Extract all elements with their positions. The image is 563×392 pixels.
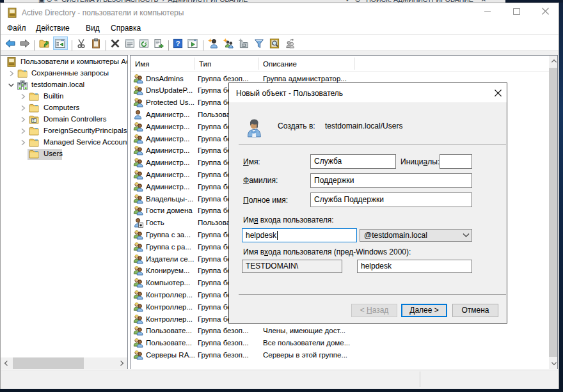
svg-text:?: ? [176,40,180,47]
